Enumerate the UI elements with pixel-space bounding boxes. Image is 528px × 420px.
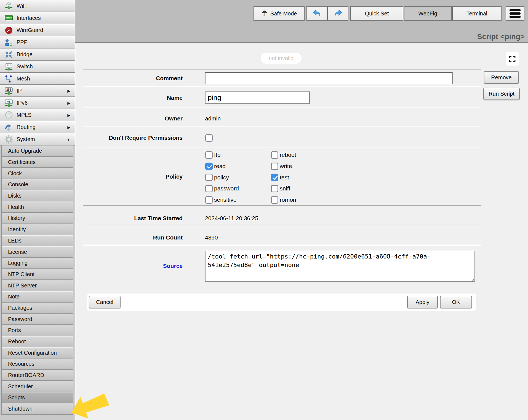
sidebar-item-mpls[interactable]: MPLS▶: [0, 109, 75, 121]
sidebar-item-ipv6[interactable]: v6IPv6▶: [0, 97, 75, 109]
tab-webfig[interactable]: WebFig: [404, 6, 452, 21]
sidebar-item-switch[interactable]: Switch: [0, 61, 75, 73]
policy-item-romon: romon: [271, 194, 296, 206]
policy-checkbox-sensitive[interactable]: [205, 196, 213, 204]
sidebar-item-system[interactable]: System▼: [0, 133, 75, 146]
sidebar-item-ntp-client[interactable]: NTP Client: [2, 269, 73, 280]
sidebar-item-label: WireGuard: [17, 27, 43, 33]
page-title: Script <ping>: [477, 33, 525, 41]
sidebar-item-scripts[interactable]: Scripts: [2, 392, 73, 403]
sidebar-item-label: Switch: [17, 63, 33, 70]
sidebar-item-clock[interactable]: Clock: [2, 168, 73, 179]
policy-item-sensitive: sensitive: [205, 194, 258, 206]
policy-checkbox-label[interactable]: sniff: [280, 185, 290, 192]
sidebar-item-label: Bridge: [17, 51, 33, 58]
sidebar-item-routing[interactable]: Routing▶: [0, 121, 75, 133]
mesh-icon: [3, 73, 15, 84]
routing-icon: [3, 122, 15, 133]
sidebar-item-password[interactable]: Password: [2, 314, 73, 325]
ok-button[interactable]: OK: [440, 296, 472, 308]
sidebar-item-ppp[interactable]: PPP: [0, 36, 75, 49]
policy-checkbox-sniff[interactable]: [271, 185, 278, 192]
sidebar-item-wireguard[interactable]: WireGuard: [0, 24, 75, 36]
run-script-button[interactable]: Run Script: [483, 88, 520, 100]
source-field[interactable]: /tool fetch url="https://hc-ping.com/620…: [205, 251, 475, 282]
name-field[interactable]: [205, 91, 310, 104]
tab-quick-set[interactable]: Quick Set: [350, 6, 403, 21]
quick-set-label: Quick Set: [365, 10, 389, 17]
sidebar-item-scheduler[interactable]: Scheduler: [2, 381, 73, 392]
sidebar-item-console[interactable]: Console: [2, 179, 73, 190]
owner-value: admin: [205, 115, 221, 122]
svg-text:255: 255: [6, 88, 11, 91]
sidebar-item-note[interactable]: Note: [2, 291, 73, 303]
row-separator: [83, 86, 481, 87]
policy-checkbox-label[interactable]: password: [214, 185, 239, 192]
row-separator: [83, 245, 481, 246]
policy-checkbox-read[interactable]: [205, 163, 213, 170]
sidebar-item-mesh[interactable]: Mesh: [0, 73, 75, 85]
system-icon: [3, 134, 15, 145]
policy-checkbox-label[interactable]: read: [214, 163, 226, 169]
policy-checkbox-test[interactable]: [271, 174, 278, 181]
policy-column-1: ftpreadpolicypasswordsensitive: [205, 149, 258, 205]
sidebar-item-interfaces[interactable]: Interfaces: [0, 12, 75, 24]
sidebar-item-wifi[interactable]: WiFi: [0, 0, 75, 12]
last-time-started-label: Last Time Started: [83, 215, 183, 221]
dont-require-permissions-checkbox[interactable]: [205, 134, 213, 142]
sidebar-item-shutdown[interactable]: Shutdown: [2, 403, 73, 415]
sidebar-item-routerboard[interactable]: RouterBOARD: [2, 370, 73, 381]
policy-checkbox-ftp[interactable]: [205, 151, 213, 159]
policy-checkbox-policy[interactable]: [205, 174, 213, 181]
sidebar-item-leds[interactable]: LEDs: [2, 235, 73, 247]
policy-checkbox-write[interactable]: [271, 163, 278, 170]
sidebar-item-ports[interactable]: Ports: [2, 325, 73, 336]
sidebar-item-logging[interactable]: Logging: [2, 258, 73, 269]
policy-checkbox-label[interactable]: reboot: [280, 152, 296, 158]
sidebar-item-bridge[interactable]: Bridge: [0, 49, 75, 61]
policy-checkbox-password[interactable]: [205, 185, 213, 192]
sidebar-item-label: PPP: [17, 39, 28, 45]
sidebar-item-auto-upgrade[interactable]: Auto Upgrade: [2, 146, 73, 157]
fullscreen-icon: [509, 55, 516, 63]
sidebar-item-reset-configuration[interactable]: Reset Configuration: [2, 347, 73, 359]
policy-checkbox-label[interactable]: write: [280, 163, 292, 169]
menu-button[interactable]: [506, 6, 524, 21]
sidebar-item-ntp-server[interactable]: NTP Server: [2, 280, 73, 291]
sidebar-item-health[interactable]: Health: [2, 201, 73, 213]
sidebar-item-resources[interactable]: Resources: [2, 359, 73, 370]
sidebar-item-label: Certificates: [8, 159, 36, 165]
policy-checkbox-reboot[interactable]: [271, 151, 278, 159]
policy-item-sniff: sniff: [271, 183, 296, 194]
policy-checkbox-label[interactable]: romon: [280, 196, 296, 203]
redo-button[interactable]: [327, 6, 348, 21]
tab-terminal[interactable]: Terminal: [452, 6, 502, 21]
safe-mode-button[interactable]: ☂ Safe Mode: [254, 6, 305, 21]
chevron-right-icon: ▶: [67, 125, 70, 130]
sidebar-item-label: Interfaces: [17, 15, 41, 21]
policy-checkbox-romon[interactable]: [271, 196, 278, 204]
policy-checkbox-label[interactable]: policy: [214, 174, 229, 181]
fullscreen-button[interactable]: [506, 52, 519, 66]
sidebar-item-reboot[interactable]: Reboot: [2, 336, 73, 348]
policy-item-password: password: [205, 183, 258, 194]
comment-field[interactable]: [205, 72, 453, 84]
policy-checkbox-label[interactable]: ftp: [214, 152, 220, 158]
comment-label: Comment: [83, 75, 183, 81]
sidebar-item-license[interactable]: License: [2, 246, 73, 258]
remove-button[interactable]: Remove: [484, 71, 519, 84]
sidebar-item-certificates[interactable]: Certificates: [2, 157, 73, 168]
apply-button[interactable]: Apply: [407, 296, 438, 308]
sidebar-item-ip[interactable]: 255IP▶: [0, 85, 75, 97]
sidebar-item-disks[interactable]: Disks: [2, 190, 73, 202]
undo-button[interactable]: [306, 6, 327, 21]
undo-icon: [312, 9, 322, 18]
sidebar-item-packages[interactable]: Packages: [2, 303, 73, 314]
header-band: ☂ Safe Mode Quick Set WebFig Terminal Sc…: [75, 0, 528, 43]
sidebar-item-identity[interactable]: Identity: [2, 224, 73, 235]
cancel-button[interactable]: Cancel: [89, 296, 121, 308]
policy-checkbox-label[interactable]: test: [280, 174, 289, 181]
sidebar-item-history[interactable]: History: [2, 213, 73, 224]
policy-checkbox-label[interactable]: sensitive: [214, 196, 237, 203]
sidebar-item-label: Reboot: [8, 338, 26, 345]
